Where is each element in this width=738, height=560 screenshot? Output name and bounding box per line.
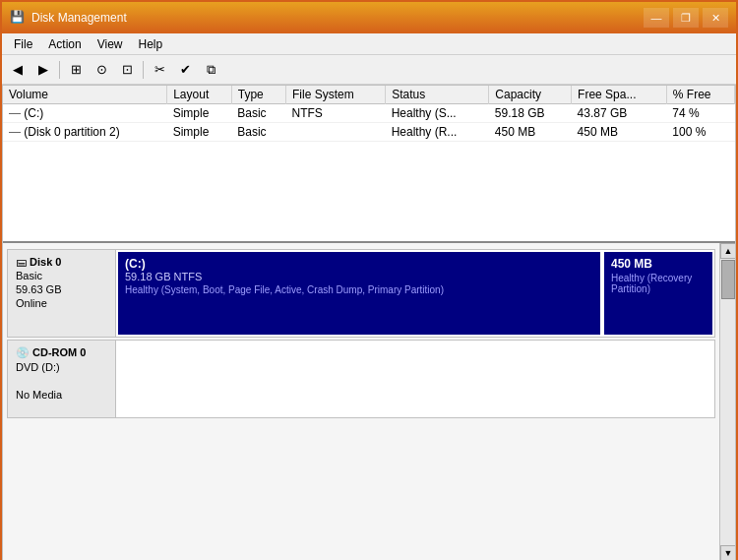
cdrom-label: 💿 CD-ROM 0 DVD (D:) No Media [8, 341, 116, 417]
toolbar-btn1[interactable]: ⊞ [64, 59, 88, 81]
cell-status: Healthy (S... [386, 104, 489, 123]
partition-recovery[interactable]: 450 MB Healthy (Recovery Partition) [604, 252, 712, 335]
window-title: Disk Management [31, 11, 644, 25]
cell-status: Healthy (R... [386, 123, 489, 142]
window-frame: 💾 Disk Management — ❐ ✕ File Action View… [0, 0, 738, 560]
toolbar-sep1 [59, 61, 60, 79]
main-container: Volume Layout Type File System Status Ca… [2, 85, 736, 560]
title-bar: 💾 Disk Management — ❐ ✕ [2, 2, 736, 33]
table-row[interactable]: — (C:) Simple Basic NTFS Healthy (S... 5… [3, 104, 735, 123]
disk-0-type: Basic [16, 270, 107, 281]
col-filesystem[interactable]: File System [285, 86, 385, 104]
disk-0-row: 🖴 Disk 0 Basic 59.63 GB Online (C:) 59.1… [7, 249, 715, 338]
window-controls: — ❐ ✕ [644, 8, 728, 28]
disk-0-size: 59.63 GB [16, 283, 107, 295]
partition-c-status: Healthy (System, Boot, Page File, Active… [125, 284, 593, 295]
partition-recovery-status: Healthy (Recovery Partition) [611, 273, 706, 294]
cell-freespace: 43.87 GB [572, 104, 667, 123]
col-volume[interactable]: Volume [3, 86, 167, 104]
disk-0-icon: 🖴 Disk 0 [16, 256, 107, 268]
partition-c-label: (C:) [125, 257, 593, 271]
cell-volume: — (C:) [3, 104, 167, 123]
menu-bar: File Action View Help [2, 33, 736, 55]
scroll-down-btn[interactable]: ▼ [720, 545, 735, 560]
scrollbar[interactable]: ▲ ▼ [719, 243, 735, 560]
cell-percentfree: 74 % [666, 104, 734, 123]
menu-help[interactable]: Help [131, 35, 171, 53]
menu-file[interactable]: File [6, 35, 40, 53]
cell-filesystem [285, 123, 385, 142]
volume-pane: Volume Layout Type File System Status Ca… [3, 86, 735, 243]
cell-capacity: 59.18 GB [489, 104, 572, 123]
toolbar-btn6[interactable]: ⧉ [199, 59, 222, 81]
cdrom-row: 💿 CD-ROM 0 DVD (D:) No Media [7, 340, 715, 418]
col-freespace[interactable]: Free Spa... [572, 86, 667, 104]
cell-type: Basic [231, 104, 285, 123]
cdrom-drive: DVD (D:) [16, 361, 107, 373]
scroll-up-btn[interactable]: ▲ [720, 243, 735, 259]
scroll-track[interactable] [720, 259, 735, 545]
col-status[interactable]: Status [386, 86, 489, 104]
disk-0-partitions: (C:) 59.18 GB NTFS Healthy (System, Boot… [116, 250, 714, 337]
disk-list: 🖴 Disk 0 Basic 59.63 GB Online (C:) 59.1… [3, 243, 719, 560]
toolbar-btn4[interactable]: ✂ [148, 59, 171, 81]
cell-volume: — (Disk 0 partition 2) [3, 123, 167, 142]
cell-capacity: 450 MB [489, 123, 572, 142]
partition-recovery-label: 450 MB [611, 257, 706, 271]
cell-filesystem: NTFS [285, 104, 385, 123]
cell-type: Basic [231, 123, 285, 142]
toolbar-btn3[interactable]: ⊡ [115, 59, 139, 81]
cdrom-icon: 💿 CD-ROM 0 [16, 346, 107, 359]
disk-0-label: 🖴 Disk 0 Basic 59.63 GB Online [8, 250, 116, 337]
toolbar-btn2[interactable]: ⊙ [90, 59, 113, 81]
cell-layout: Simple [167, 104, 232, 123]
menu-action[interactable]: Action [40, 35, 89, 53]
partition-c[interactable]: (C:) 59.18 GB NTFS Healthy (System, Boot… [118, 252, 600, 335]
cell-percentfree: 100 % [666, 123, 734, 142]
disk-scroll-container: 🖴 Disk 0 Basic 59.63 GB Online (C:) 59.1… [3, 243, 735, 560]
volume-table: Volume Layout Type File System Status Ca… [3, 86, 735, 142]
restore-button[interactable]: ❐ [673, 8, 699, 28]
minimize-button[interactable]: — [644, 8, 669, 28]
disk-pane: 🖴 Disk 0 Basic 59.63 GB Online (C:) 59.1… [3, 243, 735, 560]
cdrom-content [116, 341, 714, 417]
toolbar-back[interactable]: ◀ [6, 59, 30, 81]
cell-layout: Simple [167, 123, 232, 142]
col-layout[interactable]: Layout [167, 86, 232, 104]
partition-c-size: 59.18 GB NTFS [125, 271, 593, 282]
close-button[interactable]: ✕ [703, 8, 728, 28]
toolbar-forward[interactable]: ▶ [31, 59, 55, 81]
scroll-thumb[interactable] [721, 260, 735, 299]
disk-0-status: Online [16, 297, 107, 309]
table-header-row: Volume Layout Type File System Status Ca… [3, 86, 735, 104]
table-row[interactable]: — (Disk 0 partition 2) Simple Basic Heal… [3, 123, 735, 142]
window-icon: 💾 [10, 10, 26, 26]
toolbar-btn5[interactable]: ✔ [173, 59, 197, 81]
toolbar-sep2 [143, 61, 144, 79]
cdrom-status: No Media [16, 389, 107, 401]
cell-freespace: 450 MB [572, 123, 667, 142]
toolbar: ◀ ▶ ⊞ ⊙ ⊡ ✂ ✔ ⧉ [2, 55, 736, 85]
menu-view[interactable]: View [90, 35, 131, 53]
col-percentfree[interactable]: % Free [666, 86, 734, 104]
col-type[interactable]: Type [231, 86, 285, 104]
col-capacity[interactable]: Capacity [489, 86, 572, 104]
